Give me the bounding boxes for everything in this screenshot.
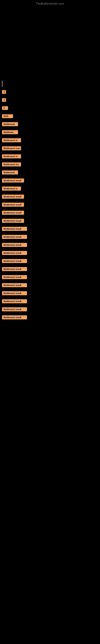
list-item: Bottleneck result <box>2 226 98 232</box>
list-item: Bottleneck result <box>2 314 98 320</box>
list-item: Bottleneck result <box>2 178 98 183</box>
list-item: Bottleneck result <box>2 210 98 216</box>
list-item: B <box>2 97 98 103</box>
list-item: Bottleneck <box>2 121 98 127</box>
bottleneck-result-badge[interactable]: Bottleneck res <box>2 162 21 166</box>
bottleneck-result-badge[interactable]: Bottleneck result <box>2 251 27 255</box>
bottleneck-result-badge[interactable]: Bottleneck result <box>2 275 27 279</box>
list-item: Bottl <box>2 113 98 119</box>
bottleneck-result-badge[interactable]: Bottleneck result <box>2 235 27 239</box>
bottleneck-result-badge[interactable]: Bottleneck result <box>2 178 24 182</box>
bottleneck-result-badge[interactable]: Bottleneck result <box>2 203 24 207</box>
list-item: Bottleneck <box>2 170 98 175</box>
list-item: Bottleneck res <box>2 162 98 167</box>
bottleneck-result-badge[interactable]: B <box>2 98 6 102</box>
bottleneck-result-badge[interactable]: Bottleneck result <box>2 259 27 263</box>
bottleneck-result-badge[interactable]: B <box>2 90 6 94</box>
bottleneck-result-badge[interactable]: Bottleneck result <box>2 267 27 271</box>
list-item: Bottleneck re <box>2 138 98 143</box>
results-container: BBBBottlBottleneckBottlenecBottleneck re… <box>0 77 100 327</box>
list-item: Bottleneck result <box>2 234 98 240</box>
bottleneck-result-badge[interactable]: Bottleneck result <box>2 227 27 231</box>
bottleneck-result-badge[interactable]: Bottleneck result <box>2 243 27 247</box>
list-item: Bottleneck result <box>2 274 98 280</box>
list-item: Bottleneck result <box>2 250 98 256</box>
bottleneck-result-badge[interactable]: Bottleneck re <box>2 138 21 142</box>
list-item: Bottleneck re <box>2 154 98 159</box>
bottleneck-result-badge[interactable]: Bottl <box>2 114 13 118</box>
list-item: Bottleneck resu <box>2 146 98 151</box>
list-item: Bottlenec <box>2 130 98 135</box>
bottleneck-result-badge[interactable]: Bottlenec <box>2 130 18 134</box>
list-item: Bottleneck result <box>2 194 98 200</box>
list-item: Bottleneck result <box>2 202 98 208</box>
list-item: Bottleneck re <box>2 186 98 192</box>
list-item: B <box>2 89 98 95</box>
bottleneck-result-badge[interactable]: Bottleneck re <box>2 186 21 190</box>
list-item: Bottleneck result <box>2 306 98 312</box>
bottleneck-result-badge[interactable]: Bottleneck result <box>2 194 24 199</box>
list-item: B <box>2 105 98 111</box>
bottleneck-result-badge[interactable]: Bottleneck re <box>2 154 21 158</box>
bottleneck-result-badge[interactable]: B <box>2 106 8 110</box>
bottleneck-result-badge[interactable]: Bottleneck resu <box>2 146 21 150</box>
list-item <box>2 81 98 87</box>
list-item: Bottleneck result <box>2 282 98 288</box>
bottleneck-result-badge[interactable]: Bottleneck <box>2 170 18 174</box>
list-item: Bottleneck result <box>2 242 98 248</box>
site-title: TheBottlenecker.com <box>0 0 100 6</box>
list-item: Bottleneck result <box>2 298 98 304</box>
bottleneck-result-badge[interactable]: Bottleneck result <box>2 315 27 320</box>
list-item: Bottleneck result <box>2 258 98 264</box>
bottleneck-result-badge[interactable]: Bottleneck <box>2 122 18 126</box>
list-item: Bottleneck result <box>2 290 98 296</box>
bottleneck-result-badge[interactable]: Bottleneck result <box>2 211 24 215</box>
bottleneck-result-badge[interactable]: Bottleneck result <box>2 299 27 303</box>
bottleneck-result-badge[interactable]: Bottleneck result <box>2 291 27 295</box>
bottleneck-result-badge[interactable]: Bottleneck result <box>2 283 27 287</box>
list-item: Bottleneck result <box>2 218 98 224</box>
list-item: Bottleneck result <box>2 266 98 272</box>
bottleneck-result-badge[interactable]: Bottleneck result <box>2 307 27 311</box>
cursor-indicator <box>2 81 2 87</box>
bottleneck-result-badge[interactable]: Bottleneck result <box>2 219 24 223</box>
